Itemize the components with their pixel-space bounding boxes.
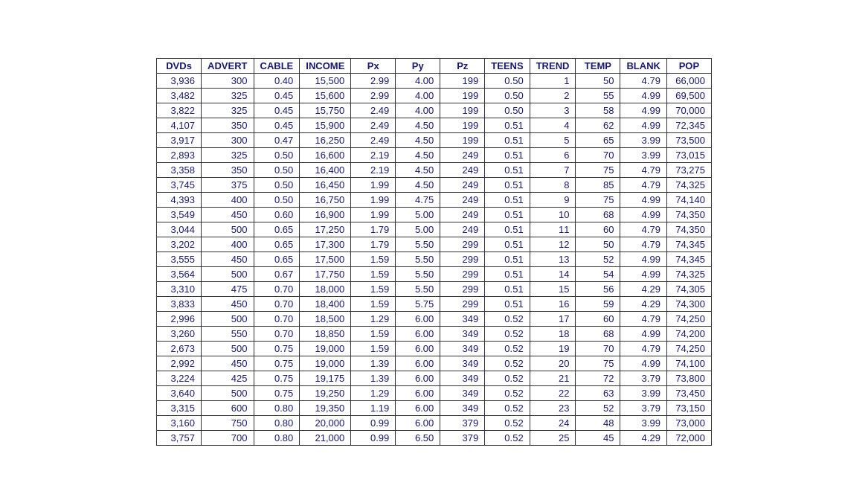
column-header-pz: Pz [440, 58, 485, 73]
table-cell: 0.51 [485, 162, 530, 177]
table-row: 3,8334500.7018,4001.595.752990.5116594.2… [157, 296, 712, 311]
table-cell: 72,345 [666, 118, 711, 132]
table-cell: 3,358 [157, 162, 202, 177]
table-cell: 1 [530, 73, 576, 88]
table-cell: 6.00 [396, 326, 440, 341]
table-cell: 2,893 [157, 147, 202, 162]
table-cell: 70,000 [666, 103, 711, 118]
table-cell: 199 [440, 103, 485, 118]
table-cell: 0.67 [254, 266, 300, 281]
table-cell: 0.99 [351, 430, 396, 445]
table-row: 3,2244250.7519,1751.396.003490.5221723.7… [157, 371, 712, 385]
table-cell: 50 [576, 237, 620, 252]
table-cell: 0.65 [254, 237, 300, 252]
table-cell: 1.59 [351, 252, 396, 266]
table-cell: 56 [576, 281, 620, 296]
table-cell: 7 [530, 162, 576, 177]
table-cell: 0.50 [254, 147, 300, 162]
table-cell: 3,936 [157, 73, 202, 88]
column-header-pop: POP [666, 58, 711, 73]
table-row: 3,5645000.6717,7501.595.502990.5114544.9… [157, 266, 712, 281]
table-cell: 4 [530, 118, 576, 132]
table-cell: 74,345 [666, 237, 711, 252]
table-cell: 0.45 [254, 103, 300, 118]
table-cell: 3,564 [157, 266, 202, 281]
table-cell: 17,300 [300, 237, 351, 252]
column-header-temp: TEMP [576, 58, 620, 73]
table-cell: 70 [576, 147, 620, 162]
table-cell: 1.99 [351, 192, 396, 207]
table-cell: 75 [576, 356, 620, 371]
table-cell: 0.50 [254, 177, 300, 192]
table-cell: 18,000 [300, 281, 351, 296]
table-cell: 5.00 [396, 222, 440, 237]
table-cell: 5.00 [396, 207, 440, 222]
table-cell: 0.52 [485, 415, 530, 430]
table-cell: 74,200 [666, 326, 711, 341]
table-cell: 74,100 [666, 356, 711, 371]
table-cell: 350 [202, 162, 254, 177]
table-cell: 0.52 [485, 371, 530, 385]
table-cell: 0.50 [254, 162, 300, 177]
table-cell: 6.00 [396, 356, 440, 371]
table-cell: 65 [576, 132, 620, 147]
table-cell: 450 [202, 207, 254, 222]
table-cell: 375 [202, 177, 254, 192]
table-cell: 4,107 [157, 118, 202, 132]
table-cell: 0.51 [485, 252, 530, 266]
table-cell: 5.50 [396, 252, 440, 266]
table-cell: 6.00 [396, 400, 440, 415]
table-cell: 1.39 [351, 371, 396, 385]
data-table: DVDsADVERTCABLEINCOMEPxPyPzTEENSTRENDTEM… [156, 58, 712, 446]
table-cell: 0.60 [254, 207, 300, 222]
table-cell: 73,800 [666, 371, 711, 385]
table-cell: 199 [440, 73, 485, 88]
table-cell: 73,015 [666, 147, 711, 162]
table-cell: 0.51 [485, 222, 530, 237]
table-cell: 73,500 [666, 132, 711, 147]
table-cell: 0.50 [485, 73, 530, 88]
table-cell: 400 [202, 192, 254, 207]
table-cell: 3,044 [157, 222, 202, 237]
table-cell: 0.80 [254, 430, 300, 445]
table-cell: 1.59 [351, 296, 396, 311]
table-cell: 2,996 [157, 311, 202, 326]
table-cell: 0.45 [254, 118, 300, 132]
table-cell: 74,300 [666, 296, 711, 311]
table-cell: 52 [576, 400, 620, 415]
table-cell: 73,000 [666, 415, 711, 430]
table-cell: 0.51 [485, 132, 530, 147]
table-cell: 249 [440, 162, 485, 177]
table-cell: 1.59 [351, 266, 396, 281]
data-table-wrapper: DVDsADVERTCABLEINCOMEPxPyPzTEENSTRENDTEM… [141, 43, 727, 461]
table-cell: 349 [440, 326, 485, 341]
table-cell: 0.51 [485, 296, 530, 311]
table-cell: 0.70 [254, 326, 300, 341]
table-cell: 19,175 [300, 371, 351, 385]
table-cell: 4.99 [620, 118, 667, 132]
table-cell: 0.65 [254, 222, 300, 237]
table-cell: 6.00 [396, 385, 440, 400]
table-cell: 23 [530, 400, 576, 415]
table-cell: 21,000 [300, 430, 351, 445]
table-cell: 6.00 [396, 311, 440, 326]
table-row: 2,9965000.7018,5001.296.003490.5217604.7… [157, 311, 712, 326]
table-cell: 17,250 [300, 222, 351, 237]
table-cell: 199 [440, 118, 485, 132]
table-cell: 1.19 [351, 400, 396, 415]
table-cell: 4.79 [620, 237, 667, 252]
table-row: 3,3104750.7018,0001.595.502990.5115564.2… [157, 281, 712, 296]
table-cell: 349 [440, 356, 485, 371]
table-cell: 1.79 [351, 237, 396, 252]
table-cell: 450 [202, 296, 254, 311]
table-row: 3,5494500.6016,9001.995.002490.5110684.9… [157, 207, 712, 222]
table-cell: 0.52 [485, 400, 530, 415]
table-cell: 3,555 [157, 252, 202, 266]
table-cell: 700 [202, 430, 254, 445]
table-cell: 17 [530, 311, 576, 326]
table-cell: 550 [202, 326, 254, 341]
table-cell: 199 [440, 132, 485, 147]
table-cell: 0.50 [254, 192, 300, 207]
table-cell: 325 [202, 103, 254, 118]
column-header-px: Px [351, 58, 396, 73]
